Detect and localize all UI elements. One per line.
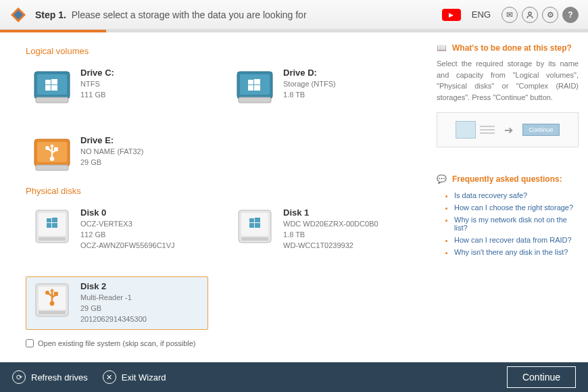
drive-title: Drive C: (80, 68, 114, 78)
drive-title: Disk 0 (80, 207, 175, 218)
faq-item[interactable]: How can I choose the right storage? (454, 201, 579, 214)
continue-button[interactable]: Continue (507, 366, 576, 388)
drive-details: OCZ-VERTEX3112 GBOCZ-AWNZ0FW55696C1VJ (80, 219, 175, 251)
drive-icon (235, 207, 275, 245)
drive-card[interactable]: Drive E: NO NAME (FAT32)29 GB (26, 130, 208, 178)
skip-scan-input[interactable] (26, 339, 34, 347)
drive-icon (32, 207, 72, 245)
drive-title: Drive D: (283, 68, 336, 78)
todo-heading: 📖 What's to be done at this step? (437, 43, 579, 53)
faq-heading: 💬 Frequently asked questions: (437, 174, 579, 184)
faq-item[interactable]: Why is my network disk not on the list? (454, 214, 579, 234)
section-physical-title: Physical disks (26, 186, 424, 196)
header: Step 1. Please select a storage with the… (0, 0, 588, 30)
close-icon: ✕ (103, 370, 116, 384)
drive-card[interactable]: Disk 2 Multi-Reader -129 GB2012062914345… (26, 276, 208, 330)
drive-details: NTFS111 GB (80, 79, 114, 101)
help-icon[interactable]: ? (562, 7, 579, 23)
todo-text: Select the required storage by its name … (437, 58, 579, 103)
faq-icon: 💬 (437, 174, 447, 184)
skip-scan-checkbox[interactable]: Open existing file system (skip scan, if… (26, 339, 424, 347)
svg-point-28 (529, 11, 531, 14)
section-logical-title: Logical volumes (26, 46, 424, 56)
faq-item[interactable]: How can I recover data from RAID? (454, 234, 579, 246)
drive-icon (32, 135, 72, 173)
drive-details: Multi-Reader -129 GB2012062914345300 (80, 293, 147, 325)
drive-card[interactable]: Disk 1 WDC WD20EZRX-00DC0B01.8 TBWD-WCC1… (228, 203, 411, 256)
drive-title: Drive E: (80, 135, 143, 145)
drive-icon (32, 68, 72, 105)
drive-details: Storage (NTFS)1.8 TB (283, 79, 336, 101)
skip-scan-label: Open existing file system (skip scan, if… (38, 339, 196, 347)
faq-list: Is data recovery safe?How can I choose t… (437, 189, 579, 258)
step-title: Step 1. Please select a storage with the… (35, 9, 307, 20)
storage-list: Logical volumes Drive C: NTFS111 GB Driv… (0, 32, 431, 362)
mail-icon[interactable]: ✉ (501, 7, 518, 23)
gear-icon[interactable]: ⚙ (542, 7, 558, 23)
drive-details: NO NAME (FAT32)29 GB (80, 147, 143, 168)
refresh-icon: ⟳ (12, 370, 26, 384)
hint-illustration: ➔ Continue (437, 112, 579, 147)
help-panel: 📖 What's to be done at this step? Select… (431, 32, 588, 362)
book-icon: 📖 (437, 43, 447, 53)
exit-wizard-button[interactable]: ✕ Exit Wizard (103, 370, 166, 384)
refresh-drives-button[interactable]: ⟳ Refresh drives (12, 370, 88, 384)
drive-title: Disk 1 (283, 207, 378, 218)
language-selector[interactable]: ENG (472, 9, 491, 20)
drive-icon (32, 281, 72, 319)
drive-icon (235, 68, 275, 105)
drive-card[interactable]: Disk 0 OCZ-VERTEX3112 GBOCZ-AWNZ0FW55696… (26, 203, 208, 256)
drive-title: Disk 2 (80, 281, 147, 291)
progress-bar (0, 30, 588, 32)
drive-card[interactable]: Drive D: Storage (NTFS)1.8 TB (228, 63, 411, 110)
faq-item[interactable]: Why isn't there any disk in the list? (454, 246, 579, 258)
app-logo (9, 6, 27, 24)
drive-card[interactable]: Drive C: NTFS111 GB (26, 63, 208, 110)
footer: ⟳ Refresh drives ✕ Exit Wizard Continue (0, 362, 588, 392)
drive-details: WDC WD20EZRX-00DC0B01.8 TBWD-WCC1T023993… (283, 219, 378, 251)
user-icon[interactable] (522, 7, 538, 23)
faq-item[interactable]: Is data recovery safe? (454, 189, 579, 201)
youtube-icon[interactable]: ▶ (442, 9, 461, 21)
